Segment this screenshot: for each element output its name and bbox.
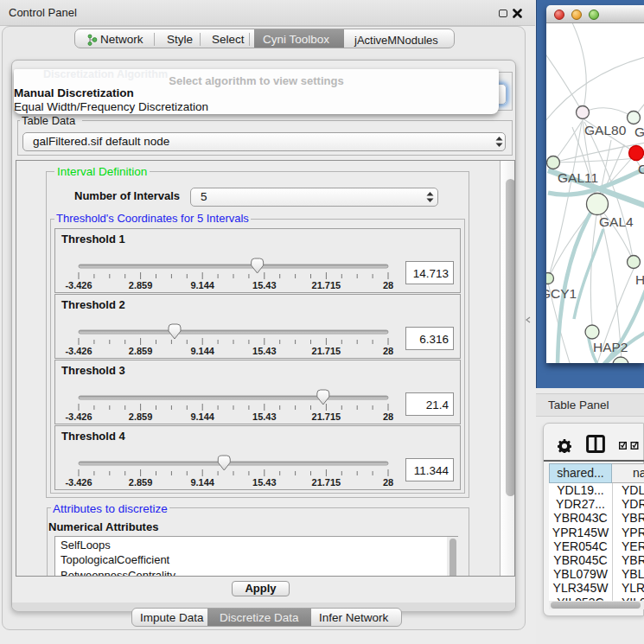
svg-text:21.715: 21.715: [312, 346, 341, 356]
svg-text:-3.426: -3.426: [65, 346, 92, 356]
svg-text:9.144: 9.144: [190, 477, 214, 488]
svg-text:GAL4: GAL4: [599, 214, 634, 229]
svg-text:28: 28: [383, 477, 393, 488]
svg-text:GAL80: GAL80: [584, 123, 627, 137]
svg-text:GCY1: GCY1: [546, 286, 577, 301]
svg-text:2.859: 2.859: [129, 477, 153, 488]
svg-text:9.144: 9.144: [190, 411, 214, 422]
svg-text:15.43: 15.43: [252, 477, 277, 488]
svg-text:2.859: 2.859: [129, 411, 153, 422]
svg-text:2.859: 2.859: [129, 346, 153, 356]
svg-text:21.715: 21.715: [312, 411, 341, 422]
svg-text:H: H: [635, 272, 644, 287]
svg-text:15.43: 15.43: [252, 346, 277, 356]
svg-text:-3.426: -3.426: [65, 280, 92, 290]
svg-text:9.144: 9.144: [190, 280, 214, 290]
svg-text:28: 28: [383, 346, 393, 356]
svg-text:21.715: 21.715: [312, 477, 341, 488]
svg-text:15.43: 15.43: [252, 411, 277, 422]
svg-text:-3.426: -3.426: [65, 411, 92, 422]
svg-text:28: 28: [383, 411, 393, 422]
svg-text:28: 28: [383, 280, 393, 290]
svg-text:9.144: 9.144: [190, 346, 214, 356]
svg-text:GAL11: GAL11: [558, 170, 598, 185]
svg-text:C: C: [638, 162, 644, 176]
svg-text:21.715: 21.715: [312, 280, 341, 290]
svg-text:2.859: 2.859: [129, 280, 153, 290]
svg-text:HAP2: HAP2: [593, 340, 628, 354]
svg-text:-3.426: -3.426: [65, 477, 92, 488]
svg-text:15.43: 15.43: [252, 280, 277, 290]
svg-text:GA: GA: [634, 124, 644, 139]
